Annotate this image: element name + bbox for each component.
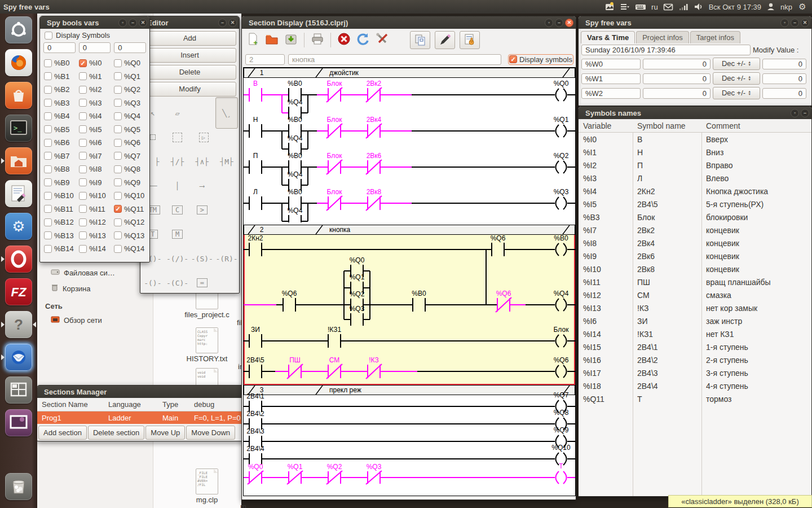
close-icon[interactable]: ✕ [801,19,809,27]
photos-indicator-icon[interactable] [604,2,615,12]
var-checkbox-%B6[interactable] [44,139,52,147]
section-display-titlebar[interactable]: Section Display (1516J.clprj) ▫ – ✕ [242,16,576,29]
counter-block-icon[interactable]: C [165,199,190,221]
modify-pencil-icon[interactable] [435,31,455,49]
var-checkbox-%I13[interactable] [79,231,87,239]
symbol-row[interactable]: %I3ЛВлево [579,172,811,185]
var-checkbox-%Q1[interactable] [114,72,122,80]
var-checkbox-%I5[interactable] [79,125,87,133]
minimize-icon[interactable]: – [791,19,799,27]
ladder-rung-2[interactable]: 2кнопка2Кн2%Q6%B0%Q6%Q0%Q1%Q2%Q3%B0%Q6%Q… [244,225,575,385]
session-menu-icon[interactable] [620,2,630,12]
var-checkbox-%Q5[interactable] [114,125,122,133]
symbol-row[interactable]: %I92Вк6концевик [579,249,811,262]
var-checkbox-%Q12[interactable] [114,218,122,226]
modify-value-field[interactable]: 0 [762,59,806,69]
ladder-area[interactable]: 1джойстикВ%B0Блок2Вк2%Q4%Q0Н%B0Блок2Вк4%… [243,67,576,496]
keyboard-icon[interactable] [635,2,646,12]
clock-label[interactable]: Вск Окт 9 17:39 [709,3,761,11]
coil-call-icon[interactable]: -(C)- [165,272,190,294]
var-checkbox-%B10[interactable] [44,192,52,200]
window-resize-strip[interactable] [242,495,576,500]
ladder-rung-1[interactable]: 1джойстикВ%B0Блок2Вк2%Q4%Q0Н%B0Блок2Вк4%… [244,68,575,225]
text-editor-icon[interactable] [5,180,32,207]
symbol-row[interactable]: %I2ПВправо [579,159,811,172]
var-checkbox-%Q11[interactable]: ✓ [114,205,122,213]
display-format-dropdown[interactable]: Dec +/-▲▼ [713,87,760,99]
column-header[interactable]: Type [158,400,189,409]
var-checkbox-%B14[interactable] [44,245,52,253]
symbol-row[interactable]: %I12СМсмазка [579,288,811,301]
symbol-row[interactable]: %B3Блокблокировки [579,211,811,224]
software-center-icon[interactable] [5,82,32,109]
move-up-button[interactable]: Move Up [145,426,185,440]
home-folder-icon[interactable] [5,147,32,174]
var-checkbox-%B11[interactable] [44,205,52,213]
delete-button[interactable]: Delete [143,65,236,80]
sections-manager-titlebar[interactable]: Sections Manager [37,386,245,398]
var-checkbox-%Q6[interactable] [114,139,122,147]
user-name-label[interactable]: nkp [780,3,792,11]
var-checkbox-%Q8[interactable] [114,165,122,173]
modify-value-field[interactable]: 0 [762,73,806,84]
var-checkbox-%B13[interactable] [44,231,52,239]
copy-selection-icon[interactable] [410,31,430,49]
open-folder-icon[interactable] [264,32,279,49]
section-row[interactable]: Prog1LadderMainF=0, L=1, P=0 [37,411,245,424]
var-checkbox-%B5[interactable] [44,125,52,133]
offset-input-1[interactable]: 0 [79,42,111,53]
sidebar-item-network-browse[interactable]: Обзор сети [37,313,153,328]
column-header[interactable]: Symbol name [637,121,686,130]
contact-closed-icon[interactable]: ┤/├ [165,151,190,172]
var-checkbox-%I10[interactable] [79,192,87,200]
symbol-row[interactable]: %I6ЗИзаж инстр [579,314,811,327]
print-icon[interactable] [310,32,325,49]
rung-number-field[interactable]: 2 [245,54,285,65]
signal-icon[interactable] [678,2,689,12]
var-checkbox-%I7[interactable] [79,152,87,160]
sidebar-item[interactable]: Корзина [37,281,153,296]
new-file-icon[interactable]: + [245,32,260,49]
user-icon[interactable] [766,2,775,12]
offset-input-0[interactable]: 0 [43,42,76,53]
monostable-block-icon[interactable]: M [165,224,190,245]
symbol-row[interactable]: %I72Вк2концевик [579,224,811,237]
tab-vars-time[interactable]: Vars & Time [581,31,635,43]
var-checkbox-%I1[interactable] [79,72,87,80]
coil-not-icon[interactable]: -(/)- [165,248,190,269]
restore-icon[interactable]: ▫ [780,19,789,27]
offset-input-2[interactable]: 0 [114,42,146,53]
add-button[interactable]: Add [143,31,236,46]
refresh-icon[interactable] [356,32,370,49]
var-checkbox-%I8[interactable] [79,165,87,173]
column-header[interactable]: Section Name [37,400,104,409]
arrow-right-icon[interactable]: ⟶ [190,175,215,196]
eraser-tool-icon[interactable]: ▱ [165,102,190,124]
save-icon[interactable] [284,32,298,49]
contact-rising-icon[interactable]: ┤∧├ [190,151,215,172]
tab-target-infos[interactable]: Target infos [690,31,740,43]
move-down-button[interactable]: Move Down [186,426,235,440]
var-checkbox-%I2[interactable] [79,86,87,94]
var-checkbox-%B9[interactable] [44,178,52,186]
var-checkbox-%B3[interactable] [44,99,52,107]
select-block-icon[interactable] [165,126,190,148]
symbol-row[interactable]: %I182В4\44-я ступень [579,379,811,392]
var-checkbox-%I0[interactable]: ✓ [79,59,87,67]
operate-block-icon[interactable]: = [190,272,215,294]
symbol-row[interactable]: %I0ВВверх [579,133,811,146]
var-checkbox-%Q4[interactable] [114,112,122,120]
add-section-button[interactable]: Add section [38,426,87,440]
var-checkbox-%Q9[interactable] [114,178,122,186]
minimize-icon[interactable]: – [801,109,809,117]
var-checkbox-%I4[interactable] [79,112,87,120]
trash-icon[interactable] [5,473,32,500]
coil-reset-icon[interactable]: -(R)- [214,248,239,269]
file-icon[interactable]: CLASSCopyrmarchttp:HISTORY.txt [176,327,238,363]
var-checkbox-%I9[interactable] [79,178,87,186]
minimize-icon[interactable]: – [129,19,137,27]
file-icon[interactable]: _FILE_FILE#VER=/FILmg.clp [176,468,238,504]
editor-titlebar[interactable]: Editor – ✕ [140,16,239,29]
var-checkbox-%B4[interactable] [44,112,52,120]
symbols-names-titlebar[interactable]: Symbols names ▫ – [579,107,811,119]
